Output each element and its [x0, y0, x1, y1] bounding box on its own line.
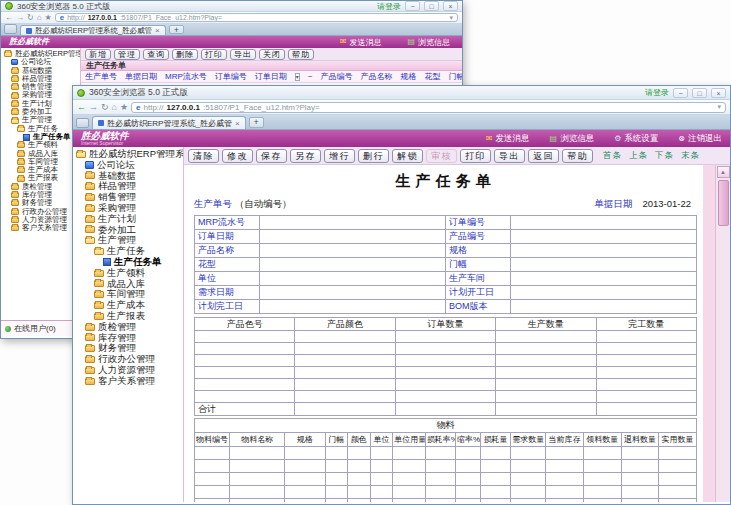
grid-cell[interactable]	[295, 343, 395, 355]
sidebar-item[interactable]: 质检管理	[4, 183, 80, 191]
grid-cell[interactable]	[285, 499, 325, 503]
sidebar-item[interactable]: 生产领料	[4, 141, 80, 149]
tab-close-icon[interactable]: ×	[155, 26, 160, 35]
grid-cell[interactable]	[496, 343, 596, 355]
grid-cell[interactable]	[325, 447, 348, 460]
banner-link[interactable]: ▤浏览信息	[550, 133, 595, 145]
sidebar-item[interactable]: 采购管理	[76, 203, 183, 214]
grid-cell[interactable]	[285, 473, 325, 486]
sidebar-item[interactable]: 样品管理	[76, 181, 183, 192]
toolbar-button[interactable]: 解锁	[392, 149, 423, 163]
back-icon[interactable]: ←	[77, 103, 86, 112]
scroll-up-icon[interactable]: ▲	[717, 166, 730, 178]
field-value-cell[interactable]	[511, 244, 697, 258]
sidebar-item[interactable]: 基础数据	[76, 171, 183, 182]
grid-cell[interactable]	[230, 447, 285, 460]
grid-cell[interactable]	[455, 447, 480, 460]
favorites-icon[interactable]: ★	[120, 103, 128, 112]
grid-cell[interactable]	[621, 499, 659, 503]
grid-cell[interactable]	[496, 367, 596, 379]
sidebar-root[interactable]: 胜必威纺织ERP管理系统	[76, 149, 183, 160]
nav-link[interactable]: 上条	[629, 150, 648, 162]
minimize-button[interactable]: −	[673, 88, 688, 98]
nav-link[interactable]: 末条	[681, 150, 700, 162]
grid-cell[interactable]	[285, 486, 325, 499]
sidebar-item[interactable]: 车间管理	[4, 158, 80, 166]
grid-cell[interactable]	[348, 486, 371, 499]
sidebar-item[interactable]: 生产报表	[4, 174, 80, 182]
url-box[interactable]: e http://127.0.0.1:51807/P1_Face_u12.htm…	[55, 13, 458, 22]
sidebar-item[interactable]: 库存管理	[4, 191, 80, 199]
grid-cell[interactable]	[583, 473, 621, 486]
grid-cell[interactable]	[496, 331, 596, 343]
grid-cell[interactable]	[455, 499, 480, 503]
grid-cell[interactable]	[285, 460, 325, 473]
grid-cell[interactable]	[596, 331, 696, 343]
grid-cell[interactable]	[481, 447, 511, 460]
sidebar-item[interactable]: 生产任务单	[76, 257, 183, 268]
grid-cell[interactable]	[395, 391, 495, 403]
grid-cell[interactable]	[285, 447, 325, 460]
grid-cell[interactable]	[621, 473, 659, 486]
grid-cell[interactable]	[596, 355, 696, 367]
toolbar-button[interactable]: 增行	[324, 149, 355, 163]
grid-cell[interactable]	[455, 473, 480, 486]
grid-cell[interactable]	[481, 486, 511, 499]
grid-cell[interactable]	[370, 473, 393, 486]
grid-cell[interactable]	[546, 486, 584, 499]
toolbar-button[interactable]: 修改	[222, 149, 253, 163]
toolbar-button[interactable]: 帮助	[562, 149, 593, 163]
banner-link[interactable]: ✉发送消息	[340, 37, 382, 48]
sidebar-item[interactable]: 样品管理	[4, 75, 80, 83]
grid-cell[interactable]	[455, 486, 480, 499]
grid-cell[interactable]	[195, 343, 295, 355]
toolbar-button[interactable]: 新增	[85, 49, 111, 60]
sidebar-item[interactable]: 车间管理	[76, 289, 183, 300]
grid-cell[interactable]	[583, 460, 621, 473]
grid-cell[interactable]	[481, 460, 511, 473]
browser-tab[interactable]: 胜必威纺织ERP管理系统_胜必威管 ×	[20, 25, 166, 35]
sidebar-item[interactable]: 生产计划	[4, 100, 80, 108]
grid-cell[interactable]	[395, 331, 495, 343]
grid-cell[interactable]	[511, 473, 546, 486]
refresh-icon[interactable]: ↻	[27, 14, 34, 22]
sidebar-item[interactable]: 财务管理	[76, 343, 183, 354]
login-link[interactable]: 请登录	[645, 87, 669, 98]
sidebar-item[interactable]: 生产任务	[76, 246, 183, 257]
field-value-cell[interactable]	[511, 272, 697, 286]
grid-cell[interactable]	[659, 499, 697, 503]
grid-cell[interactable]	[395, 367, 495, 379]
grid-cell[interactable]	[230, 460, 285, 473]
sidebar-item[interactable]: 生产成本	[76, 300, 183, 311]
sidebar-item[interactable]: 采购管理	[4, 91, 80, 99]
url-dropdown-icon[interactable]: ▾	[449, 14, 453, 22]
login-link[interactable]: 请登录	[377, 1, 401, 12]
date-range-dropdown[interactable]: ▾	[295, 73, 300, 81]
tab-close-icon[interactable]: ×	[235, 119, 240, 128]
grid-cell[interactable]	[659, 447, 697, 460]
grid-cell[interactable]	[596, 367, 696, 379]
field-value-cell[interactable]	[260, 300, 446, 314]
grid-cell[interactable]	[425, 473, 455, 486]
grid-cell[interactable]	[496, 391, 596, 403]
toolbar-button[interactable]: 另存	[290, 149, 321, 163]
grid-cell[interactable]	[195, 460, 230, 473]
banner-link[interactable]: ⚙系统设置	[614, 133, 658, 145]
sidebar-item[interactable]: 人力资源管理	[4, 216, 80, 224]
home-icon[interactable]: ⌂	[37, 14, 42, 22]
grid-cell[interactable]	[395, 343, 495, 355]
grid-cell[interactable]	[395, 379, 495, 391]
sidebar-item[interactable]: 人力资源管理	[76, 365, 183, 376]
grid-cell[interactable]	[425, 460, 455, 473]
field-value-cell[interactable]	[511, 258, 697, 272]
home-icon[interactable]: ⌂	[112, 103, 117, 112]
grid-cell[interactable]	[325, 499, 348, 503]
sidebar-item[interactable]: 客户关系管理	[76, 376, 183, 387]
browser-menu-icon[interactable]	[76, 118, 89, 128]
grid-cell[interactable]	[511, 499, 546, 503]
grid-cell[interactable]	[230, 499, 285, 503]
grid-cell[interactable]	[621, 447, 659, 460]
grid-cell[interactable]	[195, 499, 230, 503]
field-value-cell[interactable]	[260, 258, 446, 272]
sidebar-item[interactable]: 公司论坛	[4, 58, 80, 66]
